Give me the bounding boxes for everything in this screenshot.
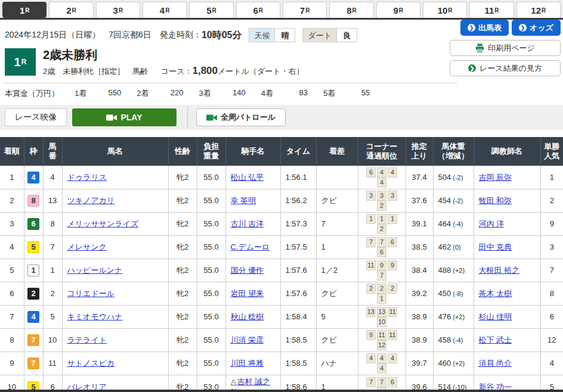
carried-weight-cell: 55.0 [197, 235, 225, 259]
corner-position-badge: 11 [366, 260, 376, 270]
horse-weight-cell: 450 (-8) [433, 282, 474, 305]
horse-number-cell: 10 [43, 328, 62, 351]
tab-6r[interactable]: 6R [236, 2, 280, 18]
tab-11r[interactable]: 11R [469, 2, 513, 18]
result-guide-button[interactable]: ❯ レース結果の見方 [450, 60, 561, 76]
horse-name-link[interactable]: コリエドール [67, 289, 115, 298]
course-distance: 1,800 [192, 65, 218, 76]
horse-number-cell: 5 [43, 305, 62, 328]
column-header: 馬名 [62, 137, 168, 166]
tab-7r[interactable]: 7R [283, 2, 327, 18]
trainer-name-link[interactable]: 田中 克典 [479, 242, 512, 251]
table-row: 457メレサンク牝255.0C.デムーロ1:57.51776638.5462 (… [0, 235, 563, 259]
horse-weight-value: 464 [438, 219, 451, 228]
track-label: ダート [303, 29, 336, 42]
jockey-name-link[interactable]: 岩田 望来 [231, 289, 264, 298]
race-number-badge: 1R [5, 48, 36, 76]
jockey-name-link[interactable]: 古川 吉洋 [231, 219, 264, 228]
horse-name-link[interactable]: キミオモウハナ [67, 312, 123, 321]
corner-position-badge: 2 [377, 224, 386, 234]
jockey-cell: 秋山 稔樹 [225, 305, 280, 328]
corner-position-cell: 7766 [358, 235, 406, 259]
jockey-cell: 古川 吉洋 [225, 212, 280, 235]
jockey-name-link[interactable]: 幸 英明 [231, 196, 256, 205]
corner-position-badge: 9 [377, 260, 386, 270]
horse-weight-value: 454 [438, 196, 451, 205]
jockey-name-link[interactable]: 川須 栄彦 [231, 335, 264, 344]
horse-weight-cell: 458 (-4) [433, 328, 474, 351]
odds-button[interactable]: ❯ オッズ [512, 20, 561, 36]
margin-cell: クビ [316, 328, 358, 351]
corner-position-badge: 3 [377, 191, 386, 201]
horse-weight-value: 462 [438, 242, 451, 251]
horse-name-link[interactable]: ドゥラリス [67, 173, 107, 182]
corner-position-badge: 3 [366, 191, 376, 201]
horse-name-link[interactable]: メリッササンライズ [67, 219, 139, 228]
trainer-name-link[interactable]: 松下 武士 [479, 335, 512, 344]
tab-3r[interactable]: 3R [96, 2, 140, 18]
tab-10r[interactable]: 10R [423, 2, 467, 18]
video-camera-icon [206, 114, 217, 122]
shutsuba-button[interactable]: ❯ 出馬表 [460, 20, 509, 36]
corner-position-badge: 7 [377, 270, 386, 281]
horse-name-link[interactable]: ラテライト [67, 335, 107, 344]
jockey-name-link[interactable]: 国分 優作 [231, 266, 264, 275]
finish-position-cell: 1 [0, 166, 24, 189]
bracket-number-badge: 8 [27, 195, 39, 207]
corner-position-badge: 12 [377, 340, 386, 350]
race-conditions: 2歳 未勝利牝［指定］ 馬齢 コース：1,800メートル（ダート・右） [43, 65, 304, 77]
tab-2r[interactable]: 2R [49, 2, 93, 18]
odds-button-label: オッズ [530, 23, 553, 33]
horse-weight-change: (-8) [451, 290, 463, 297]
trainer-name-link[interactable]: 茶木 太樹 [479, 289, 512, 298]
trainer-name-link[interactable]: 須貝 尚介 [479, 359, 512, 368]
results-body: 144ドゥラリス牝255.0松山 弘平1:56.1644437.4504 (-2… [0, 166, 563, 392]
horse-name-link[interactable]: メレサンク [67, 242, 107, 251]
trainer-name-link[interactable]: 牧田 和弥 [479, 196, 512, 205]
trainer-name-link[interactable]: 吉岡 辰弥 [479, 173, 512, 182]
print-page-button[interactable]: 印刷用ページ [450, 40, 561, 56]
tab-5r[interactable]: 5R [189, 2, 233, 18]
last-3f-cell: 38.9 [406, 328, 433, 351]
horse-name-link[interactable]: ツキノアカリ [67, 196, 115, 205]
patrol-video-button[interactable]: 全周パトロール [196, 108, 286, 126]
trainer-cell: 杉山 佳明 [474, 305, 540, 328]
corner-position-cell: 13131110 [358, 305, 406, 328]
jockey-cell: 川田 将雅 [225, 351, 280, 375]
race-header-area: 2024年12月15日（日曜） 7回京都6日 発走時刻： 10時05分 天候 晴… [0, 20, 563, 99]
bracket-number-badge: 4 [27, 311, 39, 323]
corner-position-badge: 2 [377, 284, 386, 294]
horse-weight-cell: 462 (0) [433, 235, 474, 259]
corner-position-badge: 3 [388, 191, 397, 201]
tab-4r[interactable]: 4R [143, 2, 187, 18]
bracket-cell: 2 [24, 282, 43, 305]
tab-9r[interactable]: 9R [376, 2, 420, 18]
tab-8r[interactable]: 8R [329, 2, 373, 18]
corner-position-cell: 4444 [358, 351, 406, 375]
bracket-cell: 4 [24, 305, 43, 328]
prize-item: 1着550 [59, 88, 121, 99]
trainer-name-link[interactable]: 河内 洋 [479, 219, 505, 228]
prize-item: 3着140 [183, 88, 245, 99]
tab-12r[interactable]: 12R [516, 2, 561, 18]
jockey-name-link[interactable]: 川田 将雅 [231, 359, 264, 368]
tab-1r[interactable]: 1R [2, 2, 47, 18]
time-cell: 1:58.4 [280, 305, 316, 328]
results-table: 着順枠馬 番馬名性齢負担 重量騎手名タイム着差コーナー 通過順位推定 上り馬体重… [0, 137, 563, 392]
corner-position-badge: 1 [377, 214, 386, 224]
jockey-name-link[interactable]: 松山 弘平 [231, 173, 264, 182]
jockey-name-link[interactable]: 秋山 稔樹 [231, 312, 264, 321]
corner-position-cell: 1112 [358, 212, 406, 235]
play-button[interactable]: PLAY [72, 108, 177, 126]
time-cell: 1:56.1 [280, 166, 316, 189]
trainer-cell: 牧田 和弥 [474, 189, 540, 212]
corner-position-badge: 2 [377, 201, 386, 211]
table-row: 8710ラテライト牝255.0川須 栄彦1:58.5クビ911111238.94… [0, 328, 563, 351]
horse-name-link[interactable]: ハッピールンナ [67, 266, 123, 275]
table-row: 622コリエドール牝255.0岩田 望来1:57.6クビ222139.2450 … [0, 282, 563, 305]
horse-name-link[interactable]: サトノスピカ [67, 359, 115, 368]
jockey-name-link[interactable]: C.デムーロ [231, 242, 270, 251]
trainer-name-link[interactable]: 杉山 佳明 [479, 312, 512, 321]
trainer-name-link[interactable]: 大根田 裕之 [479, 266, 520, 275]
bracket-cell: 7 [24, 351, 43, 375]
